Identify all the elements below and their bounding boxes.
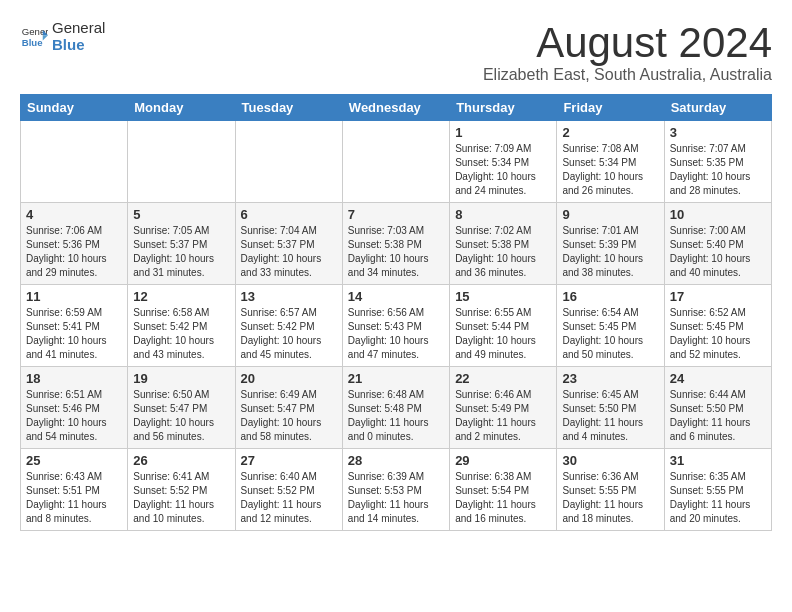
day-cell: 21Sunrise: 6:48 AM Sunset: 5:48 PM Dayli…: [342, 367, 449, 449]
logo-icon: General Blue: [20, 23, 48, 51]
day-info: Sunrise: 6:58 AM Sunset: 5:42 PM Dayligh…: [133, 306, 229, 362]
day-cell: 1Sunrise: 7:09 AM Sunset: 5:34 PM Daylig…: [450, 121, 557, 203]
day-info: Sunrise: 6:57 AM Sunset: 5:42 PM Dayligh…: [241, 306, 337, 362]
day-cell: 22Sunrise: 6:46 AM Sunset: 5:49 PM Dayli…: [450, 367, 557, 449]
day-cell: 19Sunrise: 6:50 AM Sunset: 5:47 PM Dayli…: [128, 367, 235, 449]
day-number: 21: [348, 371, 444, 386]
day-cell: 20Sunrise: 6:49 AM Sunset: 5:47 PM Dayli…: [235, 367, 342, 449]
day-cell: 28Sunrise: 6:39 AM Sunset: 5:53 PM Dayli…: [342, 449, 449, 531]
day-cell: 2Sunrise: 7:08 AM Sunset: 5:34 PM Daylig…: [557, 121, 664, 203]
day-number: 19: [133, 371, 229, 386]
day-number: 7: [348, 207, 444, 222]
day-info: Sunrise: 6:35 AM Sunset: 5:55 PM Dayligh…: [670, 470, 766, 526]
day-info: Sunrise: 6:56 AM Sunset: 5:43 PM Dayligh…: [348, 306, 444, 362]
day-cell: 27Sunrise: 6:40 AM Sunset: 5:52 PM Dayli…: [235, 449, 342, 531]
logo: General Blue General Blue: [20, 20, 105, 53]
day-cell: 10Sunrise: 7:00 AM Sunset: 5:40 PM Dayli…: [664, 203, 771, 285]
day-info: Sunrise: 7:01 AM Sunset: 5:39 PM Dayligh…: [562, 224, 658, 280]
day-cell: 31Sunrise: 6:35 AM Sunset: 5:55 PM Dayli…: [664, 449, 771, 531]
day-info: Sunrise: 7:08 AM Sunset: 5:34 PM Dayligh…: [562, 142, 658, 198]
day-cell: 5Sunrise: 7:05 AM Sunset: 5:37 PM Daylig…: [128, 203, 235, 285]
week-row-3: 11Sunrise: 6:59 AM Sunset: 5:41 PM Dayli…: [21, 285, 772, 367]
weekday-header-monday: Monday: [128, 95, 235, 121]
day-info: Sunrise: 6:43 AM Sunset: 5:51 PM Dayligh…: [26, 470, 122, 526]
logo-general-text: General: [52, 20, 105, 37]
day-number: 22: [455, 371, 551, 386]
day-cell: 4Sunrise: 7:06 AM Sunset: 5:36 PM Daylig…: [21, 203, 128, 285]
day-number: 24: [670, 371, 766, 386]
day-info: Sunrise: 6:45 AM Sunset: 5:50 PM Dayligh…: [562, 388, 658, 444]
day-number: 8: [455, 207, 551, 222]
day-info: Sunrise: 6:52 AM Sunset: 5:45 PM Dayligh…: [670, 306, 766, 362]
title-section: August 2024 Elizabeth East, South Austra…: [483, 20, 772, 84]
weekday-header-friday: Friday: [557, 95, 664, 121]
day-number: 17: [670, 289, 766, 304]
day-number: 15: [455, 289, 551, 304]
week-row-1: 1Sunrise: 7:09 AM Sunset: 5:34 PM Daylig…: [21, 121, 772, 203]
weekday-header-sunday: Sunday: [21, 95, 128, 121]
day-info: Sunrise: 6:49 AM Sunset: 5:47 PM Dayligh…: [241, 388, 337, 444]
day-cell: [342, 121, 449, 203]
day-cell: 30Sunrise: 6:36 AM Sunset: 5:55 PM Dayli…: [557, 449, 664, 531]
day-number: 30: [562, 453, 658, 468]
day-info: Sunrise: 6:41 AM Sunset: 5:52 PM Dayligh…: [133, 470, 229, 526]
day-info: Sunrise: 6:38 AM Sunset: 5:54 PM Dayligh…: [455, 470, 551, 526]
day-cell: 29Sunrise: 6:38 AM Sunset: 5:54 PM Dayli…: [450, 449, 557, 531]
day-info: Sunrise: 6:54 AM Sunset: 5:45 PM Dayligh…: [562, 306, 658, 362]
day-info: Sunrise: 7:04 AM Sunset: 5:37 PM Dayligh…: [241, 224, 337, 280]
day-cell: 11Sunrise: 6:59 AM Sunset: 5:41 PM Dayli…: [21, 285, 128, 367]
day-number: 11: [26, 289, 122, 304]
day-info: Sunrise: 7:00 AM Sunset: 5:40 PM Dayligh…: [670, 224, 766, 280]
day-cell: 24Sunrise: 6:44 AM Sunset: 5:50 PM Dayli…: [664, 367, 771, 449]
day-number: 29: [455, 453, 551, 468]
day-info: Sunrise: 7:06 AM Sunset: 5:36 PM Dayligh…: [26, 224, 122, 280]
day-cell: 3Sunrise: 7:07 AM Sunset: 5:35 PM Daylig…: [664, 121, 771, 203]
day-number: 12: [133, 289, 229, 304]
day-info: Sunrise: 6:55 AM Sunset: 5:44 PM Dayligh…: [455, 306, 551, 362]
day-cell: 16Sunrise: 6:54 AM Sunset: 5:45 PM Dayli…: [557, 285, 664, 367]
day-number: 13: [241, 289, 337, 304]
week-row-2: 4Sunrise: 7:06 AM Sunset: 5:36 PM Daylig…: [21, 203, 772, 285]
day-cell: 7Sunrise: 7:03 AM Sunset: 5:38 PM Daylig…: [342, 203, 449, 285]
day-number: 5: [133, 207, 229, 222]
day-cell: 18Sunrise: 6:51 AM Sunset: 5:46 PM Dayli…: [21, 367, 128, 449]
day-number: 26: [133, 453, 229, 468]
weekday-header-saturday: Saturday: [664, 95, 771, 121]
day-number: 23: [562, 371, 658, 386]
day-number: 10: [670, 207, 766, 222]
day-number: 27: [241, 453, 337, 468]
day-number: 31: [670, 453, 766, 468]
day-number: 25: [26, 453, 122, 468]
week-row-4: 18Sunrise: 6:51 AM Sunset: 5:46 PM Dayli…: [21, 367, 772, 449]
day-cell: 25Sunrise: 6:43 AM Sunset: 5:51 PM Dayli…: [21, 449, 128, 531]
day-info: Sunrise: 6:36 AM Sunset: 5:55 PM Dayligh…: [562, 470, 658, 526]
day-number: 4: [26, 207, 122, 222]
day-cell: 15Sunrise: 6:55 AM Sunset: 5:44 PM Dayli…: [450, 285, 557, 367]
day-number: 18: [26, 371, 122, 386]
day-number: 14: [348, 289, 444, 304]
day-info: Sunrise: 6:46 AM Sunset: 5:49 PM Dayligh…: [455, 388, 551, 444]
day-info: Sunrise: 7:03 AM Sunset: 5:38 PM Dayligh…: [348, 224, 444, 280]
day-info: Sunrise: 6:51 AM Sunset: 5:46 PM Dayligh…: [26, 388, 122, 444]
day-info: Sunrise: 6:59 AM Sunset: 5:41 PM Dayligh…: [26, 306, 122, 362]
location-title: Elizabeth East, South Australia, Austral…: [483, 66, 772, 84]
day-cell: 23Sunrise: 6:45 AM Sunset: 5:50 PM Dayli…: [557, 367, 664, 449]
day-cell: 12Sunrise: 6:58 AM Sunset: 5:42 PM Dayli…: [128, 285, 235, 367]
header: General Blue General Blue August 2024 El…: [20, 20, 772, 84]
day-cell: 6Sunrise: 7:04 AM Sunset: 5:37 PM Daylig…: [235, 203, 342, 285]
day-cell: 17Sunrise: 6:52 AM Sunset: 5:45 PM Dayli…: [664, 285, 771, 367]
day-number: 20: [241, 371, 337, 386]
day-number: 16: [562, 289, 658, 304]
day-number: 1: [455, 125, 551, 140]
day-info: Sunrise: 6:39 AM Sunset: 5:53 PM Dayligh…: [348, 470, 444, 526]
day-cell: 13Sunrise: 6:57 AM Sunset: 5:42 PM Dayli…: [235, 285, 342, 367]
day-cell: [235, 121, 342, 203]
day-info: Sunrise: 6:40 AM Sunset: 5:52 PM Dayligh…: [241, 470, 337, 526]
day-cell: [21, 121, 128, 203]
week-row-5: 25Sunrise: 6:43 AM Sunset: 5:51 PM Dayli…: [21, 449, 772, 531]
day-info: Sunrise: 6:48 AM Sunset: 5:48 PM Dayligh…: [348, 388, 444, 444]
day-cell: [128, 121, 235, 203]
month-title: August 2024: [483, 20, 772, 66]
day-number: 28: [348, 453, 444, 468]
logo-blue-text: Blue: [52, 37, 105, 54]
